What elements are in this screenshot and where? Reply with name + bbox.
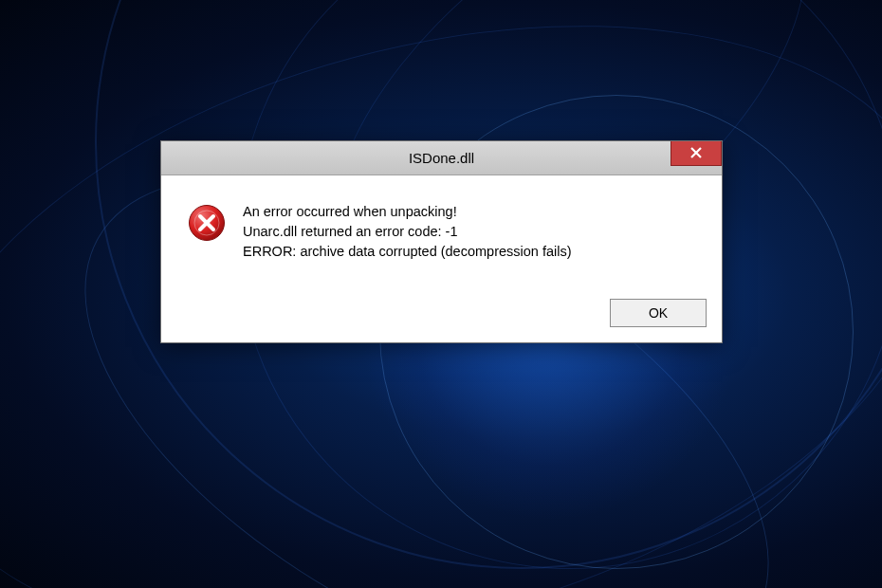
error-dialog: ISDone.dll: [160, 140, 723, 343]
error-message: An error occurred when unpacking! Unarc.…: [243, 202, 572, 262]
error-message-line: ERROR: archive data corrupted (decompres…: [243, 242, 572, 262]
dialog-titlebar[interactable]: ISDone.dll: [161, 141, 722, 175]
dialog-footer: OK: [161, 299, 722, 342]
error-icon: [188, 204, 226, 242]
close-button[interactable]: [671, 141, 722, 166]
dialog-title: ISDone.dll: [409, 150, 474, 166]
ok-button[interactable]: OK: [610, 299, 707, 327]
close-icon: [690, 145, 702, 162]
error-message-line: Unarc.dll returned an error code: -1: [243, 222, 572, 242]
dialog-body: An error occurred when unpacking! Unarc.…: [161, 175, 722, 299]
error-message-line: An error occurred when unpacking!: [243, 202, 572, 222]
